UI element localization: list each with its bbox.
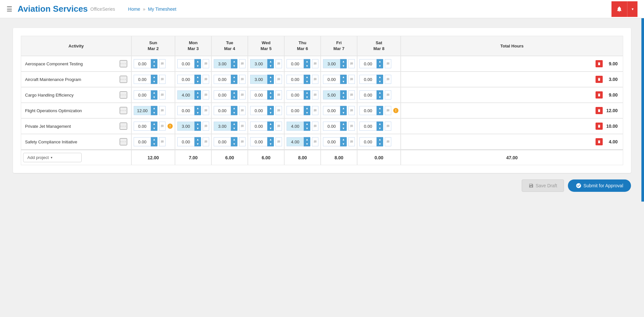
spin-up-button[interactable]: ▲ [340, 122, 347, 126]
spin-down-button[interactable]: ▼ [304, 64, 310, 68]
spin-down-button[interactable]: ▼ [195, 95, 201, 99]
time-input[interactable] [323, 59, 340, 68]
spin-up-button[interactable]: ▲ [195, 59, 201, 64]
more-options-button[interactable]: ··· [120, 60, 127, 67]
menu-icon[interactable]: ☰ [7, 5, 12, 13]
spin-up-button[interactable]: ▲ [267, 106, 274, 111]
spin-down-button[interactable]: ▼ [340, 126, 347, 131]
spin-up-button[interactable]: ▲ [377, 90, 383, 95]
time-input[interactable] [177, 106, 194, 115]
spin-down-button[interactable]: ▼ [231, 64, 237, 68]
spin-down-button[interactable]: ▼ [267, 79, 274, 84]
spin-up-button[interactable]: ▲ [377, 59, 383, 64]
note-button[interactable] [159, 106, 166, 115]
delete-row-button[interactable] [596, 60, 603, 67]
spin-up-button[interactable]: ▲ [304, 90, 310, 95]
spin-up-button[interactable]: ▲ [151, 75, 157, 79]
time-input[interactable] [134, 106, 151, 115]
spin-up-button[interactable]: ▲ [231, 122, 237, 126]
time-input[interactable] [177, 137, 194, 146]
time-input[interactable] [287, 59, 303, 68]
spin-up-button[interactable]: ▲ [267, 59, 274, 64]
note-button[interactable] [348, 106, 355, 115]
spin-down-button[interactable]: ▼ [340, 79, 347, 84]
note-button[interactable] [312, 122, 318, 131]
spin-up-button[interactable]: ▲ [267, 122, 274, 126]
spin-down-button[interactable]: ▼ [151, 126, 157, 131]
spin-down-button[interactable]: ▼ [377, 111, 383, 115]
time-input[interactable] [287, 106, 303, 115]
spin-down-button[interactable]: ▼ [231, 79, 237, 84]
spin-down-button[interactable]: ▼ [267, 95, 274, 99]
time-input[interactable] [323, 137, 340, 146]
spin-down-button[interactable]: ▼ [267, 111, 274, 115]
time-input[interactable] [250, 106, 267, 115]
spin-down-button[interactable]: ▼ [304, 111, 310, 115]
spin-up-button[interactable]: ▲ [151, 122, 157, 126]
delete-row-button[interactable] [596, 123, 603, 130]
time-input[interactable] [214, 137, 231, 146]
note-button[interactable] [203, 106, 209, 115]
spin-down-button[interactable]: ▼ [304, 126, 310, 131]
time-input[interactable] [134, 59, 151, 68]
note-button[interactable] [312, 90, 318, 99]
time-input[interactable] [250, 75, 267, 84]
spin-up-button[interactable]: ▲ [231, 90, 237, 95]
spin-up-button[interactable]: ▲ [267, 75, 274, 79]
more-options-button[interactable]: ··· [120, 107, 127, 114]
note-button[interactable] [348, 137, 355, 146]
spin-up-button[interactable]: ▲ [340, 90, 347, 95]
spin-up-button[interactable]: ▲ [151, 137, 157, 142]
spin-up-button[interactable]: ▲ [377, 137, 383, 142]
note-button[interactable] [203, 59, 209, 68]
spin-up-button[interactable]: ▲ [231, 106, 237, 111]
time-input[interactable] [214, 59, 231, 68]
note-button[interactable] [239, 75, 246, 84]
submit-approval-button[interactable]: Submit for Approval [568, 179, 631, 192]
spin-up-button[interactable]: ▲ [304, 122, 310, 126]
note-button[interactable] [312, 137, 318, 146]
spin-up-button[interactable]: ▲ [195, 137, 201, 142]
time-input[interactable] [134, 137, 151, 146]
note-button[interactable] [159, 75, 166, 84]
note-button[interactable] [159, 59, 166, 68]
note-button[interactable] [203, 137, 209, 146]
note-button[interactable] [239, 59, 246, 68]
more-options-button[interactable]: ··· [120, 138, 127, 145]
spin-down-button[interactable]: ▼ [377, 142, 383, 146]
time-input[interactable] [250, 122, 267, 131]
spin-down-button[interactable]: ▼ [231, 111, 237, 115]
spin-down-button[interactable]: ▼ [304, 142, 310, 146]
delete-row-button[interactable] [596, 138, 603, 145]
spin-down-button[interactable]: ▼ [267, 126, 274, 131]
spin-up-button[interactable]: ▲ [151, 106, 157, 111]
spin-down-button[interactable]: ▼ [195, 126, 201, 131]
spin-up-button[interactable]: ▲ [231, 137, 237, 142]
header-dropdown-button[interactable]: ▾ [627, 1, 637, 17]
note-button[interactable] [275, 90, 282, 99]
note-button[interactable] [203, 90, 209, 99]
spin-up-button[interactable]: ▲ [195, 106, 201, 111]
spin-up-button[interactable]: ▲ [151, 59, 157, 64]
spin-up-button[interactable]: ▲ [377, 75, 383, 79]
time-input[interactable] [359, 75, 376, 84]
spin-down-button[interactable]: ▼ [377, 95, 383, 99]
more-options-button[interactable]: ··· [120, 123, 127, 130]
note-button[interactable] [312, 75, 318, 84]
spin-down-button[interactable]: ▼ [195, 64, 201, 68]
note-button[interactable] [385, 137, 391, 146]
time-input[interactable] [323, 106, 340, 115]
note-button[interactable] [239, 122, 246, 131]
note-button[interactable] [348, 75, 355, 84]
time-input[interactable] [359, 137, 376, 146]
note-button[interactable] [275, 75, 282, 84]
add-project-button[interactable]: Add project ▾ [23, 153, 82, 162]
time-input[interactable] [214, 122, 231, 131]
note-button[interactable] [385, 122, 391, 131]
note-button[interactable] [239, 106, 246, 115]
spin-down-button[interactable]: ▼ [340, 64, 347, 68]
spin-up-button[interactable]: ▲ [195, 75, 201, 79]
spin-up-button[interactable]: ▲ [304, 137, 310, 142]
spin-down-button[interactable]: ▼ [304, 95, 310, 99]
scrollbar[interactable] [641, 18, 644, 202]
